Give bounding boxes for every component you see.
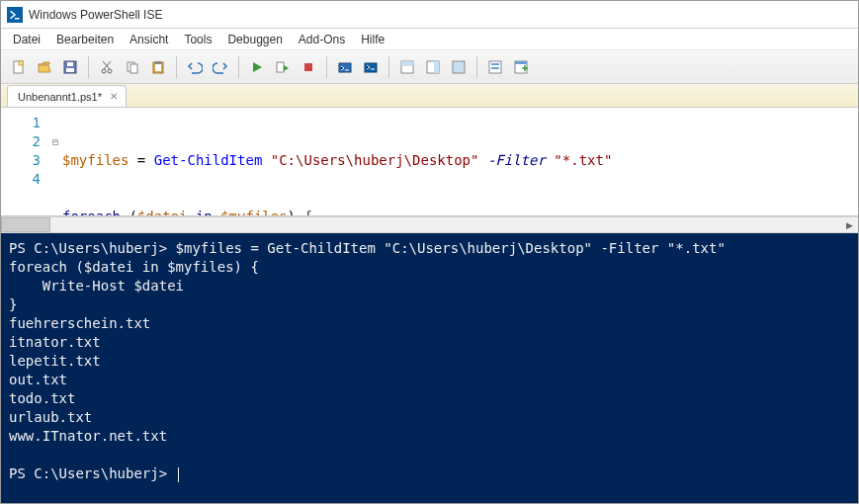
- svg-rect-25: [515, 61, 527, 64]
- svg-point-6: [108, 69, 112, 73]
- file-tab[interactable]: Unbenannt1.ps1* ✕: [7, 85, 127, 107]
- toolbar-separator: [476, 56, 477, 78]
- show-command-window-button[interactable]: [509, 55, 533, 79]
- toolbar-separator: [238, 56, 239, 78]
- svg-point-5: [102, 69, 106, 73]
- svg-rect-14: [339, 63, 351, 72]
- toolbar: [1, 50, 858, 84]
- svg-rect-10: [155, 64, 161, 71]
- svg-rect-3: [66, 68, 74, 72]
- menu-addons[interactable]: Add-Ons: [291, 30, 353, 49]
- undo-button[interactable]: [183, 55, 207, 79]
- window-title: Windows PowerShell ISE: [29, 8, 162, 22]
- toolbar-separator: [176, 56, 177, 78]
- menu-edit[interactable]: Bearbeiten: [48, 30, 122, 49]
- svg-rect-17: [401, 61, 413, 66]
- scrollbar-thumb[interactable]: [1, 217, 50, 232]
- svg-rect-4: [67, 62, 73, 66]
- paste-button[interactable]: [146, 55, 170, 79]
- open-file-button[interactable]: [33, 55, 56, 79]
- line-number: 3: [1, 151, 48, 170]
- svg-rect-15: [365, 63, 377, 72]
- script-editor[interactable]: 1 2 3 4 ⊟ $myfiles = Get-ChildItem "C:\U…: [1, 108, 858, 216]
- svg-rect-11: [155, 61, 161, 64]
- menubar: Datei Bearbeiten Ansicht Tools Debuggen …: [1, 29, 858, 50]
- tab-bar: Unbenannt1.ps1* ✕: [1, 84, 858, 108]
- save-button[interactable]: [58, 55, 82, 79]
- line-number: 2: [1, 132, 48, 151]
- run-selection-button[interactable]: [271, 55, 295, 79]
- code-area[interactable]: $myfiles = Get-ChildItem "C:\Users\huber…: [62, 108, 858, 215]
- menu-help[interactable]: Hilfe: [353, 30, 392, 49]
- menu-view[interactable]: Ansicht: [122, 30, 176, 49]
- svg-rect-19: [434, 61, 439, 73]
- line-gutter: 1 2 3 4: [1, 108, 48, 215]
- fold-column: ⊟: [48, 108, 62, 215]
- redo-button[interactable]: [209, 55, 232, 79]
- svg-rect-22: [491, 63, 499, 65]
- scroll-right-icon[interactable]: ▶: [841, 217, 858, 232]
- tab-label: Unbenannt1.ps1*: [18, 91, 102, 103]
- show-command-addon-button[interactable]: [483, 55, 507, 79]
- show-script-pane-max-button[interactable]: [447, 55, 471, 79]
- cut-button[interactable]: [95, 55, 119, 79]
- svg-rect-23: [491, 67, 499, 69]
- toolbar-separator: [326, 56, 327, 78]
- run-script-button[interactable]: [245, 55, 269, 79]
- menu-tools[interactable]: Tools: [176, 30, 219, 49]
- svg-rect-8: [130, 64, 137, 73]
- new-file-button[interactable]: [7, 55, 31, 79]
- copy-button[interactable]: [121, 55, 144, 79]
- app-icon: [7, 7, 23, 23]
- show-script-pane-right-button[interactable]: [421, 55, 445, 79]
- new-remote-tab-button[interactable]: [333, 55, 357, 79]
- toolbar-separator: [88, 56, 89, 78]
- start-powershell-button[interactable]: [359, 55, 383, 79]
- svg-rect-12: [277, 62, 284, 72]
- svg-rect-13: [304, 63, 312, 71]
- console-pane[interactable]: PS C:\Users\huberj> $myfiles = Get-Child…: [1, 233, 858, 503]
- titlebar: Windows PowerShell ISE: [1, 1, 858, 29]
- line-number: 4: [1, 170, 48, 189]
- menu-file[interactable]: Datei: [5, 30, 48, 49]
- close-icon[interactable]: ✕: [108, 91, 120, 103]
- svg-rect-20: [453, 61, 465, 73]
- editor-horizontal-scrollbar[interactable]: ▶: [1, 216, 858, 233]
- stop-button[interactable]: [297, 55, 320, 79]
- svg-rect-1: [19, 61, 23, 65]
- line-number: 1: [1, 114, 48, 132]
- menu-debug[interactable]: Debuggen: [219, 30, 290, 49]
- show-script-pane-top-button[interactable]: [395, 55, 419, 79]
- fold-toggle[interactable]: ⊟: [48, 132, 62, 151]
- cursor: [178, 467, 179, 482]
- toolbar-separator: [388, 56, 389, 78]
